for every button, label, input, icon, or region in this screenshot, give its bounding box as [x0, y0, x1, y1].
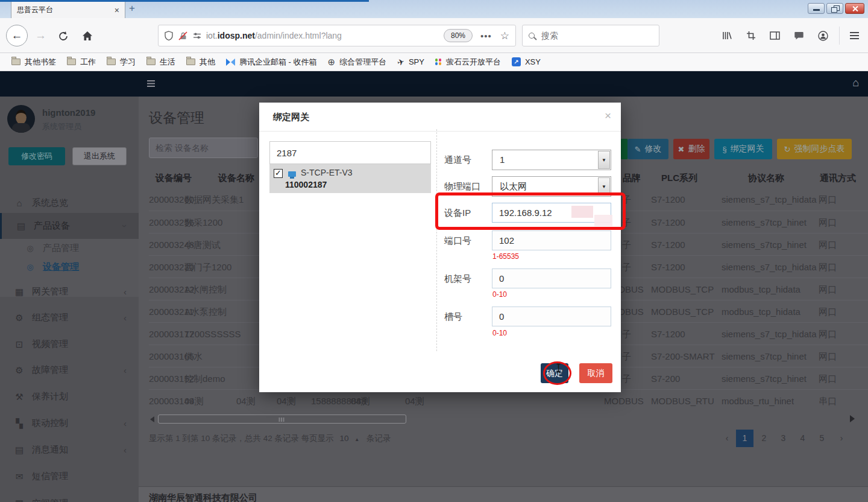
channel-select[interactable]: 1 ▼ — [492, 150, 611, 170]
sidebar-item[interactable]: ▤消息通知‹ — [0, 437, 139, 463]
sidebar-item[interactable]: ⚒保养计划 — [0, 384, 139, 410]
page-button[interactable]: 1 — [736, 430, 753, 447]
cancel-button[interactable]: 取消 — [579, 363, 612, 383]
delete-button[interactable]: ✖ 删除 — [673, 139, 709, 159]
rack-label: 机架号 — [444, 268, 471, 288]
port-input[interactable] — [492, 230, 611, 250]
sidebar-item[interactable]: ▦网关管理‹ — [0, 279, 139, 305]
bookmark-item[interactable]: 学习 — [101, 55, 141, 69]
modify-button[interactable]: ✎ 修改 — [627, 139, 668, 159]
prev-page-button[interactable]: ‹ — [721, 430, 733, 447]
checkbox-checked-icon[interactable] — [274, 169, 283, 178]
page-actions-icon[interactable]: ••• — [480, 31, 492, 41]
rack-input[interactable] — [492, 268, 611, 288]
forward-button[interactable]: → — [35, 29, 46, 42]
table-cell: 网口 — [819, 256, 837, 278]
sidebar-item[interactable]: ✉短信管理 — [0, 463, 139, 489]
modal-close-icon[interactable]: × — [605, 109, 611, 122]
tab-close-icon[interactable]: × — [115, 6, 119, 14]
sidebar-item[interactable]: ◎设备管理 — [0, 257, 139, 276]
sidebar-item[interactable]: ▦空间管理 — [0, 490, 139, 502]
reload-icon[interactable] — [58, 31, 70, 42]
new-tab-button[interactable]: + — [129, 2, 135, 14]
sidebar-item[interactable]: ⚙组态管理‹ — [0, 305, 139, 331]
page-button[interactable]: 5 — [813, 430, 831, 447]
table-cell: 数采1200 — [184, 211, 222, 234]
sidebar-toggle-icon[interactable] — [147, 80, 155, 81]
avatar — [7, 105, 35, 133]
app-header: ⌂ — [0, 71, 868, 97]
hscroll-left-arrow[interactable] — [150, 416, 154, 422]
shield-icon[interactable] — [165, 31, 173, 40]
logout-button[interactable]: 退出系统 — [72, 147, 127, 165]
insecure-lock-icon[interactable] — [178, 31, 187, 40]
permissions-icon[interactable] — [193, 31, 201, 40]
bookmark-item[interactable]: ✈SPY — [392, 55, 430, 69]
window-minimize-button[interactable] — [808, 3, 825, 14]
zoom-level-badge[interactable]: 80% — [444, 29, 473, 42]
bookmark-item[interactable]: ↗XSY — [506, 55, 546, 69]
table-cell: modbus_tcp_hidata — [722, 300, 800, 323]
hscroll-right-arrow[interactable] — [850, 415, 855, 422]
user-role: 系统管理员 — [42, 121, 81, 132]
back-button[interactable]: ← — [6, 25, 28, 46]
caret-up-icon[interactable]: ▲ — [354, 437, 359, 442]
sidebar-item-label: 产品管理 — [43, 243, 79, 254]
force-sync-button[interactable]: ↻ 强制同步点表 — [777, 139, 852, 159]
sidebar-item[interactable]: ◎产品管理 — [0, 239, 139, 257]
page-button[interactable]: 3 — [775, 430, 792, 447]
screenshot-crop-icon[interactable] — [746, 31, 756, 40]
url-text[interactable]: iot.idosp.net/admin/index.html?lang — [206, 31, 444, 40]
device-search-input[interactable] — [149, 138, 258, 158]
sidebar-item[interactable]: ▤产品设备› — [0, 213, 139, 239]
bookmark-item[interactable]: 腾讯企业邮箱 - 收件箱 — [221, 55, 322, 69]
bookmark-item[interactable]: 工作 — [61, 55, 101, 69]
bookmark-star-icon[interactable]: ☆ — [500, 30, 509, 42]
browser-search-box[interactable] — [522, 25, 659, 46]
account-icon[interactable] — [818, 31, 828, 41]
window-restore-button[interactable] — [826, 3, 843, 14]
sidebar-item-label: 空间管理 — [32, 498, 68, 502]
change-password-button[interactable]: 修改密码 — [8, 147, 65, 165]
url-bar[interactable]: iot.idosp.net/admin/index.html?lang 80% … — [158, 25, 516, 46]
page-button[interactable]: 4 — [794, 430, 811, 447]
bookmark-item[interactable]: 萤石云开放平台 — [430, 55, 506, 69]
chat-bubble-icon[interactable] — [794, 31, 804, 40]
add-button-partial[interactable] — [620, 139, 627, 159]
table-row[interactable]: 20000314904测04测04测1588888888804测04测MODBU… — [149, 389, 868, 411]
sidebar-panel-icon[interactable] — [770, 31, 780, 40]
page-button[interactable]: 2 — [755, 430, 773, 447]
next-page-button[interactable]: › — [835, 430, 848, 447]
page-size-select[interactable]: 10 — [340, 434, 349, 443]
sidebar-item[interactable]: ▚联动控制‹ — [0, 410, 139, 436]
modal-divider — [436, 129, 437, 351]
sidebar-item[interactable]: ⊡视频管理 — [0, 331, 139, 357]
bookmark-item[interactable]: ⊕综合管理平台 — [322, 55, 392, 69]
table-cell: 1200SSSSSS — [184, 323, 241, 345]
sidebar-item[interactable]: ⌂系统总览 — [0, 192, 139, 214]
gateway-search-input[interactable] — [269, 141, 431, 164]
bookmark-item[interactable]: 其他 — [181, 55, 221, 69]
browser-search-input[interactable] — [540, 30, 637, 41]
app-home-icon[interactable]: ⌂ — [852, 77, 859, 89]
sidebar-item-label: 设备管理 — [43, 261, 79, 273]
sidebar-item-label: 产品设备 — [34, 220, 70, 232]
window-close-button[interactable] — [845, 3, 864, 14]
menu-hamburger-icon[interactable] — [850, 32, 859, 33]
table-cell: siemens_s7_tcp_hidata — [722, 323, 817, 345]
sidebar-item[interactable]: ⚙故障管理‹ — [0, 357, 139, 383]
library-icon[interactable] — [722, 31, 732, 40]
slot-input[interactable] — [492, 307, 611, 326]
chevron-left-icon: ‹ — [124, 287, 127, 297]
bind-gateway-button[interactable]: § 绑定网关 — [714, 139, 772, 159]
gateway-list-item[interactable]: S-TCP-ET-V3 110002187 — [269, 164, 431, 193]
bookmark-item[interactable]: 其他书签 — [6, 55, 61, 69]
dropdown-arrow-icon[interactable]: ▼ — [598, 151, 610, 169]
bookmark-item[interactable]: 生活 — [141, 55, 181, 69]
table-cell: modbus_rtu_hinet — [722, 390, 794, 412]
browser-tab[interactable]: 思普云平台 × — [11, 2, 125, 18]
hscroll-thumb[interactable] — [158, 415, 406, 424]
chevron-left-icon: ‹ — [124, 313, 127, 323]
home-button-icon[interactable] — [82, 31, 93, 41]
table-cell: 数据网关采集1 — [184, 188, 244, 211]
